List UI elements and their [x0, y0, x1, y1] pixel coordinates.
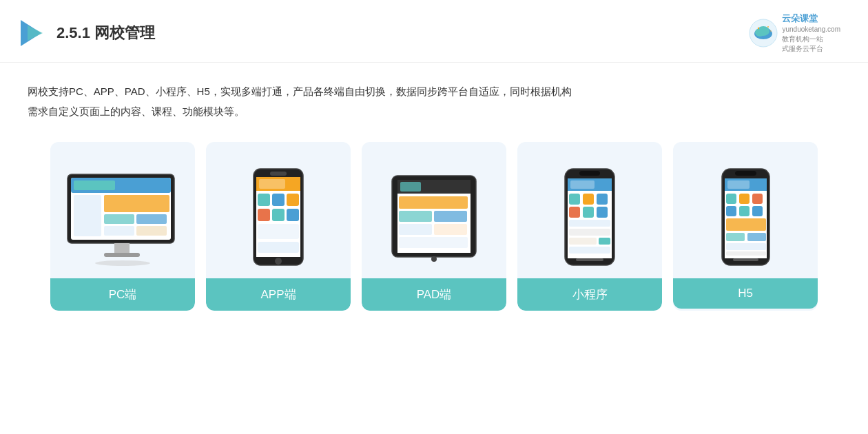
- svg-point-22: [95, 260, 150, 266]
- svg-rect-13: [74, 180, 115, 190]
- svg-rect-61: [569, 238, 597, 245]
- svg-rect-79: [726, 243, 766, 250]
- description-line1: 网校支持PC、APP、PAD、小程序、H5，实现多端打通，产品各终端自由切换，数…: [28, 82, 840, 102]
- page-wrapper: 2.5.1 网校管理 云朵课堂 yundu: [0, 0, 868, 434]
- svg-rect-78: [747, 233, 766, 241]
- svg-rect-20: [114, 243, 130, 254]
- svg-rect-17: [136, 214, 167, 224]
- svg-rect-25: [270, 172, 287, 176]
- svg-rect-80: [726, 251, 766, 256]
- svg-point-9: [771, 30, 772, 31]
- svg-rect-66: [735, 171, 756, 176]
- svg-rect-76: [726, 218, 766, 231]
- svg-rect-28: [258, 194, 270, 206]
- svg-rect-27: [259, 179, 285, 189]
- card-h5: H5: [673, 142, 818, 311]
- svg-point-36: [275, 258, 282, 265]
- svg-rect-72: [752, 194, 763, 204]
- svg-rect-46: [399, 237, 468, 248]
- app-phone-svg: [251, 167, 306, 267]
- svg-rect-70: [726, 194, 736, 204]
- card-label-app: APP端: [206, 278, 351, 311]
- card-pc: PC端: [50, 142, 195, 311]
- svg-rect-21: [104, 253, 140, 257]
- svg-rect-42: [399, 211, 432, 222]
- header-left: 2.5.1 网校管理: [21, 20, 155, 46]
- svg-rect-16: [104, 214, 134, 224]
- card-app: APP端: [206, 142, 351, 311]
- svg-rect-33: [287, 209, 299, 221]
- svg-rect-19: [136, 226, 167, 236]
- svg-point-7: [758, 28, 759, 29]
- svg-rect-34: [258, 224, 299, 239]
- card-label-pad: PAD端: [362, 278, 506, 311]
- cards-section: PC端: [0, 135, 868, 324]
- svg-rect-74: [739, 206, 750, 216]
- svg-rect-32: [272, 209, 285, 221]
- svg-rect-18: [104, 226, 134, 236]
- svg-point-47: [431, 256, 437, 262]
- header: 2.5.1 网校管理 云朵课堂 yundu: [0, 0, 868, 63]
- svg-point-8: [768, 26, 769, 28]
- svg-rect-60: [569, 229, 610, 236]
- pc-device-image: [61, 157, 184, 267]
- svg-rect-35: [258, 242, 299, 253]
- svg-rect-63: [569, 247, 610, 254]
- miniprogram-phone-svg: [562, 167, 617, 267]
- svg-rect-81: [733, 258, 758, 261]
- svg-rect-58: [597, 207, 608, 218]
- svg-rect-49: [579, 171, 600, 176]
- brand-text: 云朵课堂 yunduoketang.com 教育机构一站 式服务云平台: [782, 12, 840, 54]
- card-miniprogram: 小程序: [517, 142, 662, 311]
- svg-rect-54: [583, 194, 594, 205]
- svg-rect-30: [287, 194, 299, 206]
- svg-rect-55: [597, 194, 608, 205]
- pad-tablet-svg: [389, 167, 479, 267]
- svg-rect-73: [726, 206, 736, 216]
- svg-rect-64: [576, 258, 603, 261]
- svg-rect-44: [399, 224, 432, 235]
- svg-rect-45: [434, 224, 467, 235]
- logo-arrow-icon: [21, 20, 47, 46]
- card-label-h5: H5: [673, 278, 818, 309]
- svg-rect-29: [272, 194, 285, 206]
- svg-rect-62: [599, 238, 610, 245]
- svg-rect-52: [570, 180, 595, 189]
- description-block: 网校支持PC、APP、PAD、小程序、H5，实现多端打通，产品各终端自由切换，数…: [0, 63, 868, 135]
- card-label-miniprogram: 小程序: [517, 278, 662, 311]
- svg-rect-31: [258, 209, 270, 221]
- svg-marker-1: [28, 25, 43, 41]
- pc-monitor-svg: [64, 171, 181, 267]
- app-device-image: [217, 157, 340, 267]
- svg-rect-57: [583, 207, 594, 218]
- svg-rect-69: [727, 180, 750, 189]
- svg-rect-56: [569, 207, 580, 218]
- h5-device-image: [684, 157, 807, 267]
- header-right: 云朵课堂 yunduoketang.com 教育机构一站 式服务云平台: [749, 12, 840, 54]
- svg-rect-53: [569, 194, 580, 205]
- svg-rect-59: [569, 220, 610, 227]
- svg-rect-14: [74, 195, 101, 236]
- miniprogram-device-image: [528, 157, 651, 267]
- svg-rect-75: [752, 206, 763, 216]
- description-line2: 需求自定义页面上的内容、课程、功能模块等。: [28, 102, 840, 122]
- svg-rect-15: [104, 195, 169, 212]
- h5-phone-svg: [720, 167, 772, 267]
- svg-rect-71: [739, 194, 750, 204]
- svg-rect-40: [400, 182, 421, 192]
- brand-cloud-icon: [749, 19, 778, 48]
- card-pad: PAD端: [362, 142, 506, 311]
- brand-logo: 云朵课堂 yunduoketang.com 教育机构一站 式服务云平台: [749, 12, 840, 54]
- card-label-pc: PC端: [50, 278, 195, 311]
- svg-rect-41: [399, 196, 468, 209]
- pad-device-image: [373, 157, 495, 267]
- page-title: 2.5.1 网校管理: [56, 23, 155, 43]
- svg-rect-77: [726, 233, 745, 241]
- svg-rect-43: [434, 211, 467, 222]
